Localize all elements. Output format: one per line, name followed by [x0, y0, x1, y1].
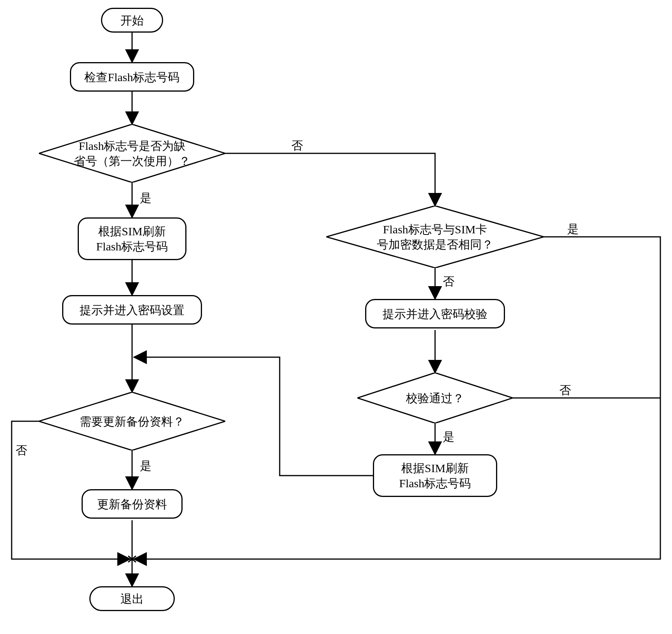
- label-need-update-yes: 是: [140, 458, 151, 474]
- label-same-enc-no: 否: [443, 274, 454, 290]
- same-enc-line1: Flash标志号与SIM卡: [377, 222, 493, 237]
- verify-password-process: 提示并进入密码校验: [365, 299, 505, 328]
- same-encrypted-decision: Flash标志号与SIM卡 号加密数据是否相同？: [326, 206, 544, 268]
- start-terminator: 开始: [101, 8, 163, 33]
- is-default-line1: Flash标志号是否为缺: [74, 138, 190, 153]
- label-verify-ok-yes: 是: [443, 429, 454, 445]
- svg-line-7: [128, 556, 136, 562]
- exit-text: 退出: [120, 591, 144, 606]
- same-enc-line2: 号加密数据是否相同？: [377, 237, 493, 252]
- start-text: 开始: [120, 13, 144, 28]
- svg-line-8: [128, 556, 136, 562]
- label-need-update-no: 否: [16, 443, 27, 459]
- label-same-enc-yes: 是: [567, 221, 579, 237]
- check-flag-text: 检查Flash标志号码: [84, 69, 179, 85]
- check-flash-flag-process: 检查Flash标志号码: [70, 62, 194, 92]
- refresh-sim1-line1: 根据SIM刷新: [96, 224, 168, 239]
- set-password-process: 提示并进入密码设置: [62, 295, 202, 325]
- verify-ok-text: 校验通过？: [406, 392, 464, 405]
- refresh-sim1-line2: Flash标志号码: [96, 239, 168, 254]
- refresh-sim2-line1: 根据SIM刷新: [399, 460, 471, 476]
- refresh-sim2-line2: Flash标志号码: [399, 476, 471, 491]
- need-update-decision: 需要更新备份资料？: [39, 392, 225, 450]
- is-default-decision: Flash标志号是否为缺 省号（第一次使用）？: [39, 124, 225, 182]
- label-is-default-yes: 是: [140, 190, 151, 206]
- label-verify-ok-no: 否: [559, 382, 571, 398]
- verify-pwd-text: 提示并进入密码校验: [383, 306, 487, 321]
- refresh-sim-1-process: 根据SIM刷新 Flash标志号码: [78, 217, 186, 260]
- is-default-line2: 省号（第一次使用）？: [74, 153, 190, 168]
- verify-ok-decision: 校验通过？: [357, 373, 513, 423]
- update-text: 更新备份资料: [97, 497, 167, 512]
- set-pwd-text: 提示并进入密码设置: [80, 302, 185, 318]
- update-backup-process: 更新备份资料: [82, 489, 183, 519]
- label-is-default-no: 否: [291, 138, 303, 154]
- refresh-sim-2-process: 根据SIM刷新 Flash标志号码: [373, 454, 497, 497]
- need-update-text: 需要更新备份资料？: [80, 415, 185, 428]
- exit-terminator: 退出: [89, 586, 175, 611]
